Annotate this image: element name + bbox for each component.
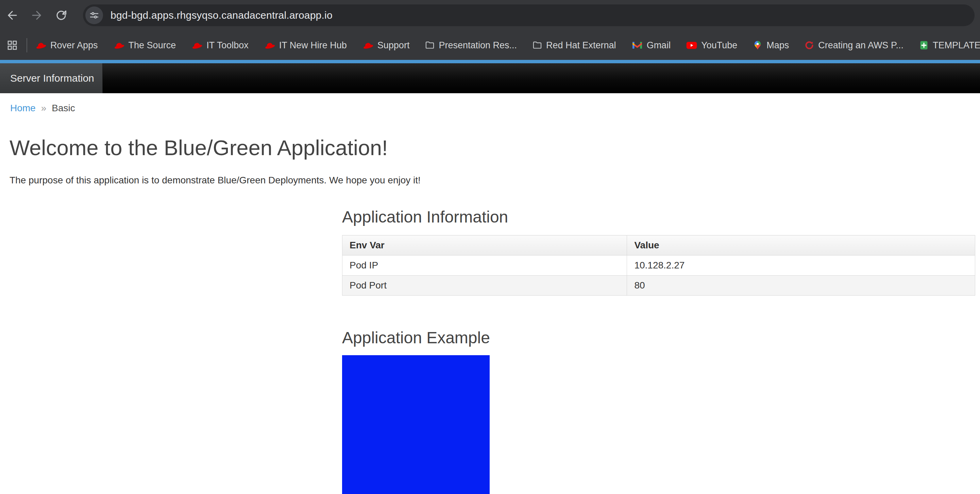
- bookmark-label: Maps: [767, 40, 789, 51]
- breadcrumb-current: Basic: [52, 103, 75, 114]
- bookmark-it-new-hire-hub[interactable]: IT New Hire Hub: [264, 40, 347, 51]
- pod-port-value-cell: 80: [627, 276, 975, 296]
- app-navbar: Server Information: [0, 63, 980, 93]
- openshift-icon: [805, 40, 814, 50]
- bookmark-label: TEMPLATE - Red...: [933, 40, 980, 51]
- reload-icon: [55, 9, 67, 21]
- bookmark-label: Creating an AWS P...: [818, 40, 904, 51]
- bookmark-presentation-resources[interactable]: Presentation Res...: [425, 40, 517, 51]
- bookmark-gmail[interactable]: Gmail: [632, 40, 671, 51]
- application-information-table: Env Var Value Pod IP 10.128.2.27 Pod Por…: [342, 235, 975, 296]
- page-content: Home » Basic Welcome to the Blue/Green A…: [0, 103, 980, 494]
- gmail-icon: [632, 41, 643, 50]
- bookmark-creating-an-aws-p[interactable]: Creating an AWS P...: [805, 40, 904, 51]
- bookmark-label: Support: [377, 40, 410, 51]
- back-button[interactable]: [5, 8, 20, 23]
- bookmark-rover-apps[interactable]: Rover Apps: [35, 40, 98, 51]
- reload-button[interactable]: [54, 8, 69, 23]
- bookmark-label: The Source: [129, 40, 176, 51]
- bookmark-label: Red Hat External: [546, 40, 616, 51]
- bookmarks-divider: [27, 38, 27, 53]
- bookmark-maps[interactable]: Maps: [753, 40, 789, 51]
- youtube-icon: [686, 41, 697, 50]
- navbar-accent-strip: [0, 60, 980, 63]
- redhat-icon: [363, 41, 373, 50]
- redhat-icon: [264, 41, 275, 50]
- table-header-row: Env Var Value: [342, 236, 975, 255]
- bookmark-label: IT New Hire Hub: [279, 40, 347, 51]
- table-row-pod-port: Pod Port 80: [342, 276, 975, 296]
- header-env-var: Env Var: [342, 236, 627, 255]
- bookmark-youtube[interactable]: YouTube: [686, 40, 737, 51]
- redhat-icon: [35, 41, 46, 50]
- breadcrumb: Home » Basic: [10, 103, 980, 114]
- bookmark-support[interactable]: Support: [363, 40, 410, 51]
- apps-grid-icon: [7, 40, 18, 51]
- bookmark-label: Presentation Res...: [439, 40, 517, 51]
- pod-ip-value-cell: 10.128.2.27: [627, 255, 975, 276]
- table-row-pod-ip: Pod IP 10.128.2.27: [342, 255, 975, 276]
- forward-button[interactable]: [29, 8, 44, 23]
- url-text[interactable]: bgd-bgd.apps.rhgsyqso.canadacentral.aroa…: [110, 10, 332, 21]
- maps-pin-icon: [753, 40, 762, 50]
- redhat-icon: [114, 41, 124, 50]
- sheets-icon: [919, 40, 929, 50]
- back-arrow-icon: [6, 9, 18, 21]
- folder-icon: [533, 40, 542, 50]
- bookmark-red-hat-external[interactable]: Red Hat External: [533, 40, 616, 51]
- pod-ip-label-cell: Pod IP: [342, 255, 627, 276]
- pod-port-label-cell: Pod Port: [342, 276, 627, 296]
- breadcrumb-separator: »: [41, 103, 46, 114]
- forward-arrow-icon: [30, 9, 43, 21]
- folder-icon: [425, 40, 434, 50]
- bookmark-template-red[interactable]: TEMPLATE - Red...: [919, 40, 980, 51]
- redhat-icon: [191, 41, 202, 50]
- tune-icon: [89, 10, 99, 21]
- application-example-heading: Application Example: [342, 328, 975, 347]
- deployment-color-square: [342, 355, 490, 494]
- tab-server-information[interactable]: Server Information: [0, 63, 103, 93]
- bookmark-the-source[interactable]: The Source: [114, 40, 176, 51]
- bookmark-label: Gmail: [647, 40, 671, 51]
- bookmarks-bar: Rover Apps The Source IT Toolbox IT New …: [0, 30, 980, 60]
- url-bar[interactable]: bgd-bgd.apps.rhgsyqso.canadacentral.aroa…: [83, 5, 975, 26]
- site-settings-button[interactable]: [85, 6, 103, 24]
- browser-toolbar: bgd-bgd.apps.rhgsyqso.canadacentral.aroa…: [0, 0, 980, 30]
- bookmark-label: Rover Apps: [50, 40, 98, 51]
- bookmark-label: YouTube: [701, 40, 737, 51]
- header-value: Value: [627, 236, 975, 255]
- breadcrumb-home-link[interactable]: Home: [10, 103, 36, 114]
- apps-shortcut-button[interactable]: [5, 38, 19, 52]
- bookmark-it-toolbox[interactable]: IT Toolbox: [191, 40, 248, 51]
- browser-window: bgd-bgd.apps.rhgsyqso.canadacentral.aroa…: [0, 0, 980, 494]
- application-information-heading: Application Information: [342, 207, 975, 226]
- application-section: Application Information Env Var Value Po…: [342, 207, 975, 494]
- bookmark-label: IT Toolbox: [207, 40, 248, 51]
- page-title: Welcome to the Blue/Green Application!: [10, 135, 980, 160]
- page-subtitle: The purpose of this application is to de…: [10, 175, 980, 186]
